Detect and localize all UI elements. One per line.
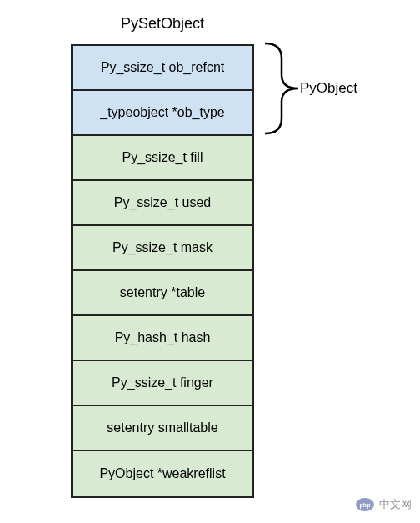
struct-title: PySetObject [71,15,254,33]
watermark-text: 中文网 [379,497,412,512]
field-smalltable: setentry smalltable [72,406,252,451]
diagram-container: PySetObject Py_ssize_t ob_refcnt _typeob… [0,0,420,498]
field-table: setentry *table [72,271,252,316]
field-finger: Py_ssize_t finger [72,361,252,406]
field-ob-refcnt: Py_ssize_t ob_refcnt [72,46,252,91]
field-used: Py_ssize_t used [72,181,252,226]
brace-label: PyObject [300,80,358,97]
struct-box: Py_ssize_t ob_refcnt _typeobject *ob_typ… [71,44,254,498]
watermark: php 中文网 [355,495,412,515]
field-fill: Py_ssize_t fill [72,136,252,181]
field-ob-type: _typeobject *ob_type [72,91,252,136]
svg-text:php: php [360,502,371,509]
field-hash: Py_hash_t hash [72,316,252,361]
field-mask: Py_ssize_t mask [72,226,252,271]
field-weakreflist: PyObject *weakreflist [72,451,252,496]
php-logo-icon: php [355,495,375,515]
